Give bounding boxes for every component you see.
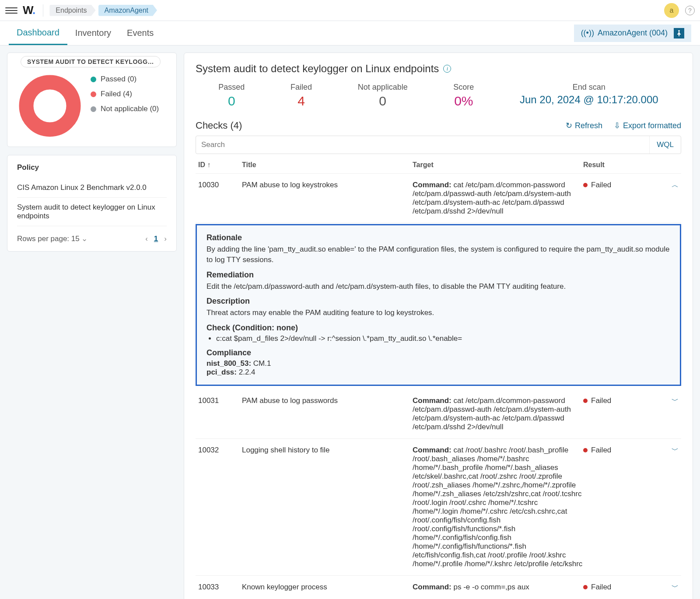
dot-icon — [583, 448, 588, 452]
divider — [43, 4, 43, 17]
dot-icon — [91, 77, 96, 82]
svg-point-0 — [26, 82, 74, 130]
legend-passed[interactable]: Passed (0) — [91, 75, 159, 84]
topbar: W. Endpoints AmazonAgent a ? — [0, 0, 700, 21]
metric-failed: Failed4 — [290, 83, 312, 109]
row-detail: Rationale By adding the line 'pam_tty_au… — [196, 224, 681, 386]
legend: Passed (0) Failed (4) Not applicable (0) — [91, 73, 159, 113]
download-icon: ⇩ — [614, 121, 620, 130]
info-icon[interactable]: i — [443, 65, 451, 73]
dot-icon — [91, 91, 96, 97]
status-badge: Failed — [583, 181, 636, 189]
chevron-down-icon[interactable]: ﹀ — [672, 583, 679, 591]
metrics-row: Passed0 Failed4 Not applicable0 Score0% … — [196, 83, 681, 109]
tab-events[interactable]: Events — [119, 22, 161, 44]
table-row[interactable]: 10033 Known keylogger process Command: p… — [196, 576, 681, 599]
policy-pager: Rows per page: 15 ⌄ ‹ 1 › — [17, 234, 167, 243]
breadcrumb-agent[interactable]: AmazonAgent — [98, 5, 158, 16]
legend-failed[interactable]: Failed (4) — [91, 90, 159, 98]
table-row[interactable]: 10031 PAM abuse to log passwords Command… — [196, 389, 681, 439]
page-number[interactable]: 1 — [154, 235, 158, 243]
table-row[interactable]: 10032 Logging shell history to file Comm… — [196, 439, 681, 576]
col-target[interactable]: Target — [413, 161, 583, 169]
metric-endscan: End scanJun 20, 2024 @ 10:17:20.000 — [520, 83, 658, 109]
help-icon[interactable]: ? — [685, 6, 695, 15]
metric-na: Not applicable0 — [358, 83, 408, 109]
wql-button[interactable]: WQL — [649, 136, 681, 154]
avatar[interactable]: a — [664, 3, 679, 18]
agent-pill[interactable]: ((•)) AmazonAgent (004) — [574, 25, 691, 42]
search-input[interactable] — [196, 136, 649, 154]
donut-title: SYSTEM AUDIT TO DETECT KEYLOGGER ON L… — [21, 56, 161, 67]
policy-item[interactable]: System audit to detect keylogger on Linu… — [17, 198, 167, 226]
dot-icon — [583, 399, 588, 403]
prev-page[interactable]: ‹ — [145, 235, 148, 243]
tab-dashboard[interactable]: Dashboard — [9, 21, 67, 45]
logo[interactable]: W. — [23, 4, 35, 17]
menu-icon[interactable] — [5, 4, 18, 17]
status-badge: Failed — [583, 446, 636, 455]
wifi-icon: ((•)) — [581, 28, 594, 38]
table-header: ID ↑ Title Target Result — [196, 157, 681, 174]
policy-card: Policy CIS Amazon Linux 2 Benchmark v2.0… — [7, 155, 177, 252]
donut-card: SYSTEM AUDIT TO DETECT KEYLOGGER ON L… P… — [7, 53, 177, 147]
next-page[interactable]: › — [164, 235, 167, 243]
metric-passed: Passed0 — [218, 83, 245, 109]
breadcrumb-endpoints[interactable]: Endpoints — [49, 5, 95, 16]
export-button[interactable]: ⇩Export formatted — [614, 121, 681, 130]
chevron-down-icon[interactable]: ﹀ — [672, 446, 679, 454]
status-badge: Failed — [583, 583, 636, 592]
dot-icon — [91, 106, 96, 112]
donut-chart — [17, 73, 83, 139]
pin-icon[interactable] — [674, 28, 684, 39]
tab-inventory[interactable]: Inventory — [67, 22, 119, 44]
legend-na[interactable]: Not applicable (0) — [91, 105, 159, 113]
col-id[interactable]: ID ↑ — [198, 161, 242, 169]
refresh-button[interactable]: ↻Refresh — [566, 121, 602, 130]
dot-icon — [583, 183, 588, 187]
chevron-down-icon[interactable]: ﹀ — [672, 397, 679, 404]
chevron-down-icon[interactable]: ⌄ — [81, 235, 88, 243]
metric-score: Score0% — [453, 83, 474, 109]
search-bar: WQL — [196, 136, 681, 154]
tabs-bar: Dashboard Inventory Events ((•)) AmazonA… — [0, 21, 700, 46]
main-panel: System audit to detect keylogger on Linu… — [184, 53, 693, 599]
table-row[interactable]: 10030 PAM abuse to log keystrokes Comman… — [196, 174, 681, 223]
page-title: System audit to detect keylogger on Linu… — [196, 63, 681, 75]
refresh-icon: ↻ — [566, 121, 572, 130]
col-title[interactable]: Title — [242, 161, 413, 169]
dot-icon — [583, 585, 588, 589]
chevron-up-icon[interactable]: ︿ — [672, 181, 679, 189]
policy-heading: Policy — [17, 163, 167, 172]
checks-title: Checks (4) — [196, 120, 242, 131]
policy-item[interactable]: CIS Amazon Linux 2 Benchmark v2.0.0 — [17, 178, 167, 198]
status-badge: Failed — [583, 396, 636, 405]
col-result[interactable]: Result — [583, 161, 636, 169]
agent-label: AmazonAgent (004) — [598, 28, 668, 38]
rows-per-page[interactable]: Rows per page: 15 ⌄ — [17, 234, 88, 243]
